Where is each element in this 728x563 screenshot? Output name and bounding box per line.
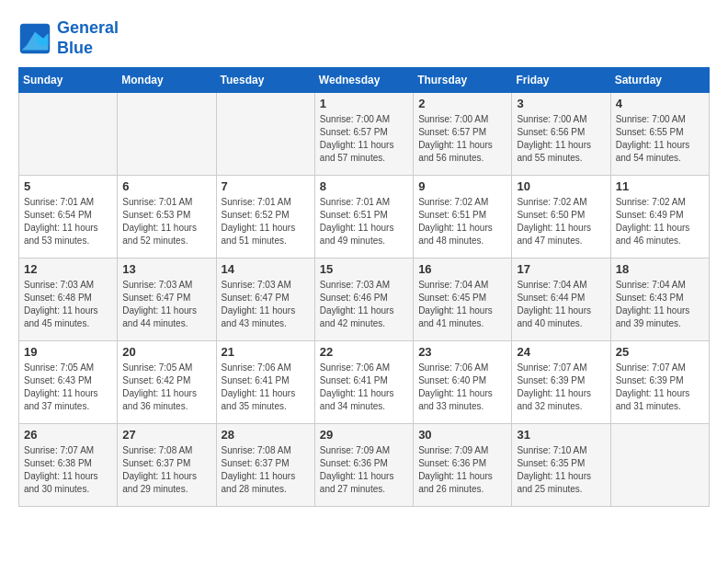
calendar-cell: 21Sunrise: 7:06 AM Sunset: 6:41 PM Dayli… <box>216 341 314 424</box>
calendar-cell: 13Sunrise: 7:03 AM Sunset: 6:47 PM Dayli… <box>118 259 216 341</box>
day-info: Sunrise: 7:00 AM Sunset: 6:55 PM Dayligh… <box>616 113 704 165</box>
day-number: 6 <box>122 179 210 193</box>
day-info: Sunrise: 7:05 AM Sunset: 6:42 PM Dayligh… <box>122 362 210 413</box>
day-info: Sunrise: 7:03 AM Sunset: 6:46 PM Dayligh… <box>320 279 408 330</box>
day-info: Sunrise: 7:04 AM Sunset: 6:43 PM Dayligh… <box>616 279 704 330</box>
calendar-cell: 29Sunrise: 7:09 AM Sunset: 6:36 PM Dayli… <box>314 424 413 507</box>
day-info: Sunrise: 7:09 AM Sunset: 6:36 PM Dayligh… <box>418 444 506 496</box>
calendar-cell: 18Sunrise: 7:04 AM Sunset: 6:43 PM Dayli… <box>610 259 709 341</box>
calendar-cell: 1Sunrise: 7:00 AM Sunset: 6:57 PM Daylig… <box>314 93 413 176</box>
day-number: 12 <box>24 262 112 276</box>
day-info: Sunrise: 7:01 AM Sunset: 6:51 PM Dayligh… <box>320 196 408 247</box>
calendar-week-2: 5Sunrise: 7:01 AM Sunset: 6:54 PM Daylig… <box>19 176 710 259</box>
calendar-cell <box>610 424 709 507</box>
day-info: Sunrise: 7:03 AM Sunset: 6:47 PM Dayligh… <box>222 279 310 330</box>
day-number: 20 <box>122 345 210 359</box>
day-number: 15 <box>320 262 408 276</box>
day-info: Sunrise: 7:05 AM Sunset: 6:43 PM Dayligh… <box>24 362 112 413</box>
day-info: Sunrise: 7:07 AM Sunset: 6:39 PM Dayligh… <box>616 362 704 413</box>
day-number: 5 <box>24 179 112 193</box>
calendar-week-5: 26Sunrise: 7:07 AM Sunset: 6:38 PM Dayli… <box>19 424 710 507</box>
calendar-week-1: 1Sunrise: 7:00 AM Sunset: 6:57 PM Daylig… <box>19 93 710 176</box>
day-info: Sunrise: 7:04 AM Sunset: 6:45 PM Dayligh… <box>418 279 506 330</box>
day-info: Sunrise: 7:10 AM Sunset: 6:35 PM Dayligh… <box>517 444 605 496</box>
calendar-cell: 27Sunrise: 7:08 AM Sunset: 6:37 PM Dayli… <box>118 424 216 507</box>
day-number: 28 <box>222 428 310 442</box>
calendar-cell: 3Sunrise: 7:00 AM Sunset: 6:56 PM Daylig… <box>512 93 610 176</box>
weekday-monday: Monday <box>118 68 216 93</box>
day-info: Sunrise: 7:06 AM Sunset: 6:41 PM Dayligh… <box>320 362 408 413</box>
day-number: 19 <box>24 345 112 359</box>
day-info: Sunrise: 7:08 AM Sunset: 6:37 PM Dayligh… <box>122 444 210 496</box>
calendar-cell: 9Sunrise: 7:02 AM Sunset: 6:51 PM Daylig… <box>414 176 512 259</box>
calendar-cell: 15Sunrise: 7:03 AM Sunset: 6:46 PM Dayli… <box>314 259 413 341</box>
calendar-cell: 7Sunrise: 7:01 AM Sunset: 6:52 PM Daylig… <box>216 176 314 259</box>
day-number: 26 <box>24 428 112 442</box>
calendar-cell: 30Sunrise: 7:09 AM Sunset: 6:36 PM Dayli… <box>414 424 512 507</box>
calendar-cell: 28Sunrise: 7:08 AM Sunset: 6:37 PM Dayli… <box>216 424 314 507</box>
calendar-cell: 5Sunrise: 7:01 AM Sunset: 6:54 PM Daylig… <box>19 176 118 259</box>
day-info: Sunrise: 7:00 AM Sunset: 6:56 PM Dayligh… <box>517 113 605 165</box>
calendar-cell: 31Sunrise: 7:10 AM Sunset: 6:35 PM Dayli… <box>512 424 610 507</box>
calendar-cell <box>118 93 216 176</box>
calendar-body: 1Sunrise: 7:00 AM Sunset: 6:57 PM Daylig… <box>19 93 710 507</box>
day-number: 22 <box>320 345 408 359</box>
day-number: 17 <box>517 262 605 276</box>
day-info: Sunrise: 7:01 AM Sunset: 6:52 PM Dayligh… <box>222 196 310 247</box>
day-info: Sunrise: 7:06 AM Sunset: 6:40 PM Dayligh… <box>418 362 506 413</box>
logo-text: General Blue <box>57 18 119 58</box>
weekday-friday: Friday <box>512 68 610 93</box>
day-info: Sunrise: 7:03 AM Sunset: 6:47 PM Dayligh… <box>122 279 210 330</box>
calendar-cell: 23Sunrise: 7:06 AM Sunset: 6:40 PM Dayli… <box>414 341 512 424</box>
day-number: 30 <box>418 428 506 442</box>
day-number: 16 <box>418 262 506 276</box>
calendar-week-3: 12Sunrise: 7:03 AM Sunset: 6:48 PM Dayli… <box>19 259 710 341</box>
calendar-cell: 24Sunrise: 7:07 AM Sunset: 6:39 PM Dayli… <box>512 341 610 424</box>
day-number: 1 <box>320 97 408 110</box>
day-info: Sunrise: 7:07 AM Sunset: 6:38 PM Dayligh… <box>24 444 112 496</box>
day-info: Sunrise: 7:01 AM Sunset: 6:53 PM Dayligh… <box>122 196 210 247</box>
day-number: 21 <box>222 345 310 359</box>
calendar-cell: 8Sunrise: 7:01 AM Sunset: 6:51 PM Daylig… <box>314 176 413 259</box>
day-number: 25 <box>616 345 704 359</box>
calendar-cell: 25Sunrise: 7:07 AM Sunset: 6:39 PM Dayli… <box>610 341 709 424</box>
day-info: Sunrise: 7:00 AM Sunset: 6:57 PM Dayligh… <box>320 113 408 165</box>
weekday-wednesday: Wednesday <box>314 68 413 93</box>
day-info: Sunrise: 7:01 AM Sunset: 6:54 PM Dayligh… <box>24 196 112 247</box>
calendar-cell: 17Sunrise: 7:04 AM Sunset: 6:44 PM Dayli… <box>512 259 610 341</box>
day-number: 29 <box>320 428 408 442</box>
calendar-cell <box>216 93 314 176</box>
calendar-header: SundayMondayTuesdayWednesdayThursdayFrid… <box>19 68 710 93</box>
calendar-cell: 11Sunrise: 7:02 AM Sunset: 6:49 PM Dayli… <box>610 176 709 259</box>
calendar-cell: 6Sunrise: 7:01 AM Sunset: 6:53 PM Daylig… <box>118 176 216 259</box>
weekday-thursday: Thursday <box>414 68 512 93</box>
day-number: 27 <box>122 428 210 442</box>
calendar-cell: 14Sunrise: 7:03 AM Sunset: 6:47 PM Dayli… <box>216 259 314 341</box>
calendar-cell: 10Sunrise: 7:02 AM Sunset: 6:50 PM Dayli… <box>512 176 610 259</box>
day-number: 13 <box>122 262 210 276</box>
calendar-cell: 22Sunrise: 7:06 AM Sunset: 6:41 PM Dayli… <box>314 341 413 424</box>
day-info: Sunrise: 7:08 AM Sunset: 6:37 PM Dayligh… <box>222 444 310 496</box>
day-info: Sunrise: 7:02 AM Sunset: 6:50 PM Dayligh… <box>517 196 605 247</box>
weekday-sunday: Sunday <box>19 68 118 93</box>
day-number: 7 <box>222 179 310 193</box>
day-number: 8 <box>320 179 408 193</box>
day-number: 23 <box>418 345 506 359</box>
calendar-cell <box>19 93 118 176</box>
weekday-header-row: SundayMondayTuesdayWednesdayThursdayFrid… <box>19 68 710 93</box>
day-number: 18 <box>616 262 704 276</box>
calendar-cell: 20Sunrise: 7:05 AM Sunset: 6:42 PM Dayli… <box>118 341 216 424</box>
calendar-cell: 19Sunrise: 7:05 AM Sunset: 6:43 PM Dayli… <box>19 341 118 424</box>
calendar-table: SundayMondayTuesdayWednesdayThursdayFrid… <box>18 67 710 507</box>
day-info: Sunrise: 7:02 AM Sunset: 6:51 PM Dayligh… <box>418 196 506 247</box>
logo: General Blue <box>18 18 119 58</box>
day-info: Sunrise: 7:09 AM Sunset: 6:36 PM Dayligh… <box>320 444 408 496</box>
day-number: 9 <box>418 179 506 193</box>
day-info: Sunrise: 7:06 AM Sunset: 6:41 PM Dayligh… <box>222 362 310 413</box>
day-number: 11 <box>616 179 704 193</box>
logo-icon <box>18 22 51 55</box>
calendar-cell: 4Sunrise: 7:00 AM Sunset: 6:55 PM Daylig… <box>610 93 709 176</box>
day-number: 24 <box>517 345 605 359</box>
weekday-saturday: Saturday <box>610 68 709 93</box>
day-info: Sunrise: 7:02 AM Sunset: 6:49 PM Dayligh… <box>616 196 704 247</box>
